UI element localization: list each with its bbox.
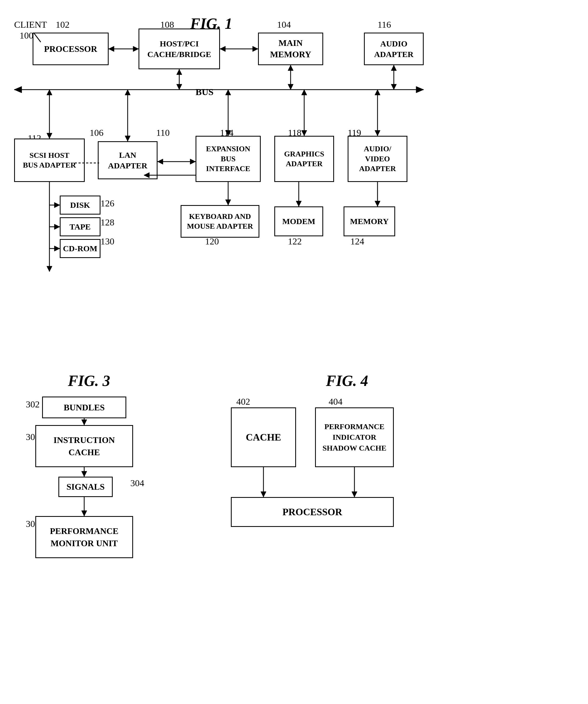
audio-adapter-box: AUDIOADAPTER [364, 33, 424, 65]
cdrom-box: CD-ROM [60, 239, 101, 258]
svg-marker-24 [125, 90, 130, 95]
bundles-box: BUNDLES [42, 397, 126, 418]
page: FIG. 1 CLIENT 100 102 108 104 116 PROCES… [0, 0, 588, 704]
svg-marker-15 [288, 65, 293, 71]
svg-marker-17 [391, 84, 397, 90]
fig3-title: FIG. 3 [68, 372, 110, 390]
host-pci-box: HOST/PCICACHE/BRIDGE [138, 28, 220, 69]
svg-marker-21 [47, 90, 52, 95]
bus-label: BUS [195, 87, 214, 97]
svg-marker-35 [158, 159, 163, 164]
ref-116: 116 [377, 19, 391, 30]
fig4-title: FIG. 4 [326, 372, 368, 390]
graphics-box: GRAPHICSADAPTER [274, 136, 334, 182]
shadow-cache-box: PERFORMANCEINDICATORSHADOW CACHE [315, 407, 394, 467]
ref-104: 104 [277, 19, 291, 30]
ref-124: 124 [350, 236, 364, 247]
memory-box: MEMORY [344, 207, 395, 236]
svg-marker-55 [81, 420, 87, 425]
svg-marker-9 [416, 86, 424, 93]
ref-122: 122 [288, 236, 302, 247]
cache-box: CACHE [231, 407, 296, 467]
svg-marker-32 [375, 130, 380, 136]
svg-marker-29 [301, 130, 307, 136]
instruction-cache-box: INSTRUCTIONCACHE [35, 425, 133, 467]
ref-130: 130 [101, 236, 114, 247]
svg-marker-63 [352, 491, 357, 497]
main-memory-box: MAINMEMORY [258, 33, 323, 65]
ref-106: 106 [90, 128, 104, 138]
lan-box: LANADAPTER [98, 141, 158, 179]
diagram-arrows [0, 0, 588, 704]
svg-marker-50 [54, 224, 60, 230]
svg-marker-33 [375, 90, 380, 95]
keyboard-box: KEYBOARD ANDMOUSE ADAPTER [181, 205, 259, 238]
svg-marker-30 [301, 90, 307, 95]
svg-marker-44 [375, 201, 380, 207]
svg-marker-40 [225, 199, 231, 205]
scsi-box: SCSI HOSTBUS ADAPTER [14, 138, 85, 182]
svg-marker-52 [54, 246, 60, 251]
svg-marker-61 [261, 491, 266, 497]
svg-marker-46 [47, 266, 52, 272]
fig4-processor-box: PROCESSOR [231, 497, 394, 527]
ref-120: 120 [205, 236, 219, 247]
svg-marker-6 [252, 46, 258, 52]
ref-102: 102 [56, 19, 69, 30]
svg-marker-8 [14, 86, 22, 93]
modem-box: MODEM [274, 207, 323, 236]
client-label: CLIENT [14, 19, 47, 30]
svg-marker-14 [288, 84, 293, 90]
tape-box: TAPE [60, 217, 101, 236]
audio-video-box: AUDIO/VIDEOADAPTER [348, 136, 407, 182]
fig3-ref-302: 302 [26, 399, 40, 410]
ref-110: 110 [156, 128, 170, 138]
svg-marker-3 [133, 46, 138, 52]
svg-marker-57 [81, 471, 87, 477]
svg-marker-12 [177, 69, 182, 75]
svg-marker-59 [81, 511, 87, 516]
svg-marker-5 [220, 46, 225, 52]
disk-box: DISK [60, 195, 101, 215]
fig3-ref-304: 304 [130, 478, 144, 488]
ref-128: 128 [101, 217, 114, 228]
svg-marker-42 [296, 201, 301, 207]
pmu-box: PERFORMANCEMONITOR UNIT [35, 516, 133, 558]
processor-box: PROCESSOR [33, 33, 109, 65]
svg-marker-2 [109, 46, 114, 52]
svg-marker-48 [54, 202, 60, 208]
client-num: 100 [19, 31, 34, 41]
svg-marker-23 [125, 136, 130, 141]
svg-marker-20 [47, 133, 52, 138]
ref-126: 126 [101, 198, 114, 209]
fig4-ref-404: 404 [329, 397, 343, 407]
svg-marker-36 [190, 159, 195, 164]
fig4-ref-402: 402 [236, 397, 250, 407]
expansion-box: EXPANSIONBUSINTERFACE [195, 136, 261, 182]
svg-marker-27 [225, 90, 231, 95]
svg-marker-11 [177, 84, 182, 90]
svg-marker-18 [391, 65, 397, 71]
signals-box: SIGNALS [58, 477, 113, 497]
